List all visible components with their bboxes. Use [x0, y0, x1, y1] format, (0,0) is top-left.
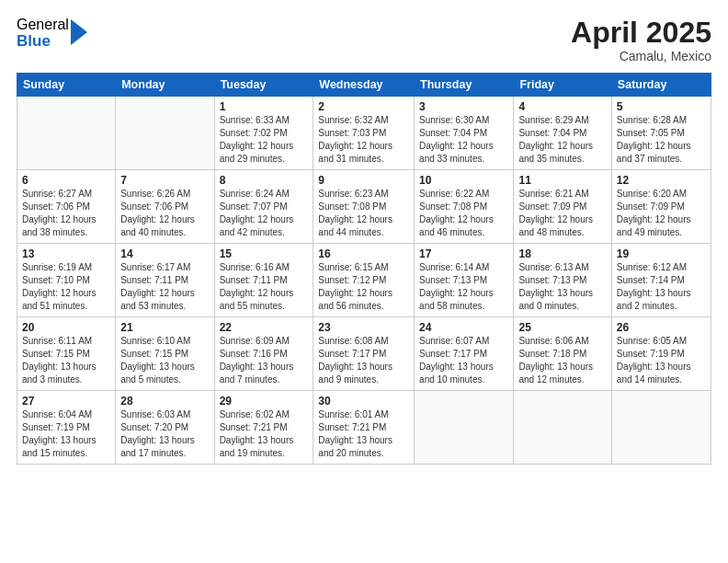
- calendar-cell: 29Sunrise: 6:02 AM Sunset: 7:21 PM Dayli…: [214, 391, 313, 465]
- col-thursday: Thursday: [415, 74, 514, 97]
- calendar-cell: [116, 97, 214, 170]
- day-info: Sunrise: 6:29 AM Sunset: 7:04 PM Dayligh…: [518, 114, 606, 166]
- day-number: 13: [22, 247, 110, 260]
- calendar-cell: 3Sunrise: 6:30 AM Sunset: 7:04 PM Daylig…: [415, 97, 514, 170]
- col-tuesday: Tuesday: [214, 74, 313, 97]
- day-number: 20: [22, 321, 110, 334]
- day-number: 10: [419, 174, 508, 187]
- calendar-cell: 18Sunrise: 6:13 AM Sunset: 7:13 PM Dayli…: [514, 244, 611, 317]
- logo: General Blue: [17, 17, 87, 50]
- calendar-cell: 28Sunrise: 6:03 AM Sunset: 7:20 PM Dayli…: [116, 391, 214, 465]
- calendar-cell: 9Sunrise: 6:23 AM Sunset: 7:08 PM Daylig…: [313, 170, 415, 244]
- day-number: 19: [617, 247, 706, 260]
- calendar-cell: 1Sunrise: 6:33 AM Sunset: 7:02 PM Daylig…: [214, 97, 313, 170]
- day-info: Sunrise: 6:02 AM Sunset: 7:21 PM Dayligh…: [220, 408, 309, 460]
- calendar-cell: 23Sunrise: 6:08 AM Sunset: 7:17 PM Dayli…: [313, 317, 415, 391]
- title-area: April 2025 Camalu, Mexico: [571, 17, 711, 63]
- logo-general: General: [17, 17, 69, 33]
- day-number: 26: [617, 321, 706, 334]
- col-friday: Friday: [514, 74, 611, 97]
- calendar-cell: [17, 97, 116, 170]
- calendar-cell: 13Sunrise: 6:19 AM Sunset: 7:10 PM Dayli…: [17, 244, 116, 317]
- calendar-cell: 16Sunrise: 6:15 AM Sunset: 7:12 PM Dayli…: [313, 244, 415, 317]
- calendar-cell: 26Sunrise: 6:05 AM Sunset: 7:19 PM Dayli…: [611, 317, 711, 391]
- col-monday: Monday: [116, 74, 214, 97]
- calendar-cell: 24Sunrise: 6:07 AM Sunset: 7:17 PM Dayli…: [415, 317, 514, 391]
- day-info: Sunrise: 6:23 AM Sunset: 7:08 PM Dayligh…: [318, 188, 409, 239]
- page: General Blue April 2025 Camalu, Mexico S…: [0, 0, 728, 563]
- day-number: 14: [120, 247, 209, 260]
- calendar-cell: 21Sunrise: 6:10 AM Sunset: 7:15 PM Dayli…: [116, 317, 214, 391]
- calendar-cell: 20Sunrise: 6:11 AM Sunset: 7:15 PM Dayli…: [17, 317, 116, 391]
- day-number: 11: [518, 174, 606, 187]
- calendar-cell: [611, 391, 711, 465]
- calendar-week-row: 1Sunrise: 6:33 AM Sunset: 7:02 PM Daylig…: [17, 97, 711, 170]
- calendar-cell: 10Sunrise: 6:22 AM Sunset: 7:08 PM Dayli…: [415, 170, 514, 244]
- day-info: Sunrise: 6:04 AM Sunset: 7:19 PM Dayligh…: [22, 408, 110, 460]
- day-info: Sunrise: 6:22 AM Sunset: 7:08 PM Dayligh…: [419, 188, 508, 239]
- day-info: Sunrise: 6:08 AM Sunset: 7:17 PM Dayligh…: [318, 335, 409, 386]
- day-number: 8: [220, 174, 309, 187]
- calendar-cell: 19Sunrise: 6:12 AM Sunset: 7:14 PM Dayli…: [611, 244, 711, 317]
- day-info: Sunrise: 6:16 AM Sunset: 7:11 PM Dayligh…: [220, 261, 309, 313]
- svg-marker-0: [71, 19, 87, 45]
- calendar-cell: 30Sunrise: 6:01 AM Sunset: 7:21 PM Dayli…: [313, 391, 415, 465]
- day-number: 28: [120, 395, 209, 408]
- day-info: Sunrise: 6:20 AM Sunset: 7:09 PM Dayligh…: [617, 188, 706, 239]
- day-number: 23: [318, 321, 409, 334]
- calendar-table: Sunday Monday Tuesday Wednesday Thursday…: [17, 73, 711, 465]
- calendar-cell: 5Sunrise: 6:28 AM Sunset: 7:05 PM Daylig…: [611, 97, 711, 170]
- day-info: Sunrise: 6:19 AM Sunset: 7:10 PM Dayligh…: [22, 261, 110, 313]
- calendar-cell: 27Sunrise: 6:04 AM Sunset: 7:19 PM Dayli…: [17, 391, 116, 465]
- calendar-cell: 6Sunrise: 6:27 AM Sunset: 7:06 PM Daylig…: [17, 170, 116, 244]
- day-info: Sunrise: 6:28 AM Sunset: 7:05 PM Dayligh…: [617, 114, 706, 166]
- day-number: 22: [220, 321, 309, 334]
- day-info: Sunrise: 6:07 AM Sunset: 7:17 PM Dayligh…: [419, 335, 508, 386]
- calendar-cell: 2Sunrise: 6:32 AM Sunset: 7:03 PM Daylig…: [313, 97, 415, 170]
- day-info: Sunrise: 6:10 AM Sunset: 7:15 PM Dayligh…: [120, 335, 209, 386]
- day-number: 17: [419, 247, 508, 260]
- day-number: 9: [318, 174, 409, 187]
- logo-blue: Blue: [17, 33, 69, 51]
- location: Camalu, Mexico: [571, 49, 711, 63]
- day-number: 3: [419, 100, 508, 113]
- header: General Blue April 2025 Camalu, Mexico: [17, 17, 711, 63]
- col-wednesday: Wednesday: [313, 74, 415, 97]
- day-number: 21: [120, 321, 209, 334]
- calendar-header-row: Sunday Monday Tuesday Wednesday Thursday…: [17, 74, 711, 97]
- day-number: 27: [22, 395, 110, 408]
- calendar-cell: 15Sunrise: 6:16 AM Sunset: 7:11 PM Dayli…: [214, 244, 313, 317]
- calendar-week-row: 13Sunrise: 6:19 AM Sunset: 7:10 PM Dayli…: [17, 244, 711, 317]
- calendar-cell: 14Sunrise: 6:17 AM Sunset: 7:11 PM Dayli…: [116, 244, 214, 317]
- calendar-week-row: 27Sunrise: 6:04 AM Sunset: 7:19 PM Dayli…: [17, 391, 711, 465]
- day-number: 15: [220, 247, 309, 260]
- day-number: 29: [220, 395, 309, 408]
- day-number: 6: [22, 174, 110, 187]
- day-number: 25: [518, 321, 606, 334]
- calendar-cell: 22Sunrise: 6:09 AM Sunset: 7:16 PM Dayli…: [214, 317, 313, 391]
- day-info: Sunrise: 6:26 AM Sunset: 7:06 PM Dayligh…: [120, 188, 209, 239]
- col-sunday: Sunday: [17, 74, 116, 97]
- day-number: 2: [318, 100, 409, 113]
- day-info: Sunrise: 6:12 AM Sunset: 7:14 PM Dayligh…: [617, 261, 706, 313]
- day-info: Sunrise: 6:05 AM Sunset: 7:19 PM Dayligh…: [617, 335, 706, 386]
- day-number: 4: [518, 100, 606, 113]
- calendar-cell: 4Sunrise: 6:29 AM Sunset: 7:04 PM Daylig…: [514, 97, 611, 170]
- day-number: 1: [220, 100, 309, 113]
- logo-text: General Blue: [17, 17, 69, 50]
- day-info: Sunrise: 6:33 AM Sunset: 7:02 PM Dayligh…: [220, 114, 309, 166]
- day-info: Sunrise: 6:09 AM Sunset: 7:16 PM Dayligh…: [220, 335, 309, 386]
- day-number: 18: [518, 247, 606, 260]
- day-info: Sunrise: 6:30 AM Sunset: 7:04 PM Dayligh…: [419, 114, 508, 166]
- day-info: Sunrise: 6:01 AM Sunset: 7:21 PM Dayligh…: [318, 408, 409, 460]
- day-info: Sunrise: 6:13 AM Sunset: 7:13 PM Dayligh…: [518, 261, 606, 313]
- day-number: 12: [617, 174, 706, 187]
- day-number: 7: [120, 174, 209, 187]
- day-info: Sunrise: 6:24 AM Sunset: 7:07 PM Dayligh…: [220, 188, 309, 239]
- calendar-week-row: 6Sunrise: 6:27 AM Sunset: 7:06 PM Daylig…: [17, 170, 711, 244]
- col-saturday: Saturday: [611, 74, 711, 97]
- calendar-cell: 12Sunrise: 6:20 AM Sunset: 7:09 PM Dayli…: [611, 170, 711, 244]
- calendar-cell: 8Sunrise: 6:24 AM Sunset: 7:07 PM Daylig…: [214, 170, 313, 244]
- day-number: 5: [617, 100, 706, 113]
- day-info: Sunrise: 6:17 AM Sunset: 7:11 PM Dayligh…: [120, 261, 209, 313]
